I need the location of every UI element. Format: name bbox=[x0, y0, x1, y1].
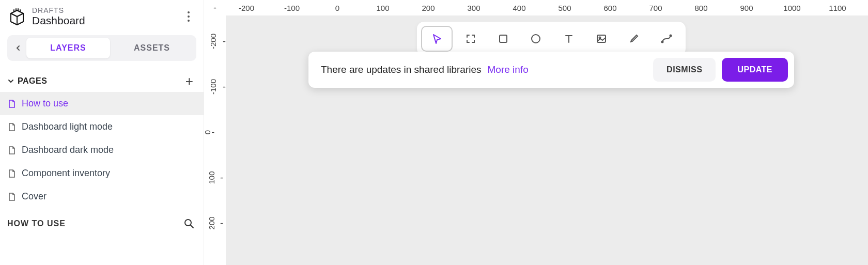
page-icon bbox=[7, 146, 17, 155]
tab-assets[interactable]: ASSETS bbox=[110, 38, 194, 58]
ruler-tick: 1100 bbox=[829, 4, 846, 12]
ruler-tick: -200 bbox=[205, 36, 226, 47]
curve-tool-icon[interactable] bbox=[652, 26, 681, 52]
svg-point-5 bbox=[662, 41, 663, 43]
sidebar: DRAFTS Dashboard LAYERS ASSETS PAGES + H… bbox=[0, 0, 204, 265]
drafts-label[interactable]: DRAFTS bbox=[32, 6, 181, 14]
page-item[interactable]: Dashboard light mode bbox=[0, 115, 204, 138]
app-logo-icon[interactable] bbox=[7, 7, 27, 26]
ruler-tick: 400 bbox=[513, 4, 525, 12]
page-list: How to use Dashboard light mode Dashboar… bbox=[0, 92, 204, 208]
header-titles: DRAFTS Dashboard bbox=[32, 6, 181, 27]
ruler-tick: -100 bbox=[284, 4, 300, 12]
page-icon bbox=[7, 99, 17, 108]
ruler-tick: 0 bbox=[205, 127, 214, 138]
ruler-tick: 100 bbox=[376, 4, 389, 12]
tool-toolbar bbox=[417, 22, 686, 56]
pages-section-title: PAGES bbox=[18, 76, 182, 86]
page-icon bbox=[7, 192, 17, 201]
pencil-tool-icon[interactable] bbox=[619, 26, 649, 52]
tab-layers[interactable]: LAYERS bbox=[26, 38, 110, 58]
svg-point-2 bbox=[532, 35, 540, 43]
text-tool-icon[interactable] bbox=[554, 26, 583, 52]
library-update-notification: There are updates in shared libraries Mo… bbox=[308, 52, 794, 88]
page-item-label: Dashboard dark mode bbox=[22, 145, 114, 155]
ruler-tick: 600 bbox=[603, 4, 616, 12]
page-title[interactable]: Dashboard bbox=[32, 14, 181, 27]
ruler-tick: 700 bbox=[649, 4, 662, 12]
ruler-tick: 800 bbox=[694, 4, 707, 12]
svg-point-6 bbox=[670, 35, 672, 37]
page-item[interactable]: Dashboard dark mode bbox=[0, 138, 204, 162]
sidebar-header: DRAFTS Dashboard bbox=[0, 0, 204, 31]
page-item-label: How to use bbox=[22, 98, 68, 109]
pointer-tool-icon[interactable] bbox=[421, 26, 453, 52]
svg-point-0 bbox=[185, 220, 191, 226]
dismiss-button[interactable]: DISMISS bbox=[653, 58, 716, 82]
add-page-button[interactable]: + bbox=[182, 74, 196, 88]
ruler-tick: 900 bbox=[740, 4, 753, 12]
page-item[interactable]: Cover bbox=[0, 185, 204, 208]
page-item-label: Component inventory bbox=[22, 168, 110, 179]
page-item-label: Dashboard light mode bbox=[22, 121, 113, 132]
ruler-tick: 0 bbox=[335, 4, 339, 12]
update-button[interactable]: UPDATE bbox=[722, 58, 788, 82]
ruler-tick: -100 bbox=[205, 82, 226, 92]
layers-section-title: HOW TO USE bbox=[7, 219, 182, 228]
canvas-viewport[interactable]: There are updates in shared libraries Mo… bbox=[226, 15, 868, 265]
ruler-horizontal[interactable]: -200-10001002003004005006007008009001000… bbox=[226, 0, 868, 15]
page-icon bbox=[7, 169, 17, 178]
sidebar-tab-switch: LAYERS ASSETS bbox=[7, 35, 196, 61]
layers-section-header: HOW TO USE bbox=[0, 208, 204, 239]
ruler-tick: 300 bbox=[467, 4, 480, 12]
ruler-tick: 1000 bbox=[783, 4, 800, 12]
ellipse-tool-icon[interactable] bbox=[521, 26, 551, 52]
canvas-area: - -200-100010020030040050060070080090010… bbox=[204, 0, 868, 265]
frame-tool-icon[interactable] bbox=[456, 26, 485, 52]
page-icon bbox=[7, 122, 17, 132]
svg-rect-1 bbox=[500, 35, 507, 42]
more-info-link[interactable]: More info bbox=[488, 64, 529, 75]
search-layers-button[interactable] bbox=[182, 216, 196, 231]
page-item[interactable]: Component inventory bbox=[0, 162, 204, 185]
ruler-tick: -200 bbox=[239, 4, 254, 12]
ruler-tick: 200 bbox=[205, 218, 223, 229]
back-button[interactable] bbox=[12, 42, 24, 54]
ruler-tick: 500 bbox=[558, 4, 571, 12]
ruler-corner-icon: - bbox=[204, 0, 226, 15]
ruler-tick: 200 bbox=[422, 4, 435, 12]
notification-message: There are updates in shared libraries bbox=[321, 64, 482, 75]
pages-section-header: PAGES + bbox=[0, 65, 204, 92]
ruler-tick: 100 bbox=[205, 173, 223, 183]
image-tool-icon[interactable] bbox=[586, 26, 616, 52]
rectangle-tool-icon[interactable] bbox=[489, 26, 518, 52]
pages-collapse-toggle[interactable] bbox=[7, 77, 14, 85]
tab-pills: LAYERS ASSETS bbox=[26, 38, 194, 58]
more-menu-button[interactable] bbox=[181, 9, 196, 24]
page-item-label: Cover bbox=[22, 191, 47, 202]
page-item[interactable]: How to use bbox=[0, 92, 204, 115]
